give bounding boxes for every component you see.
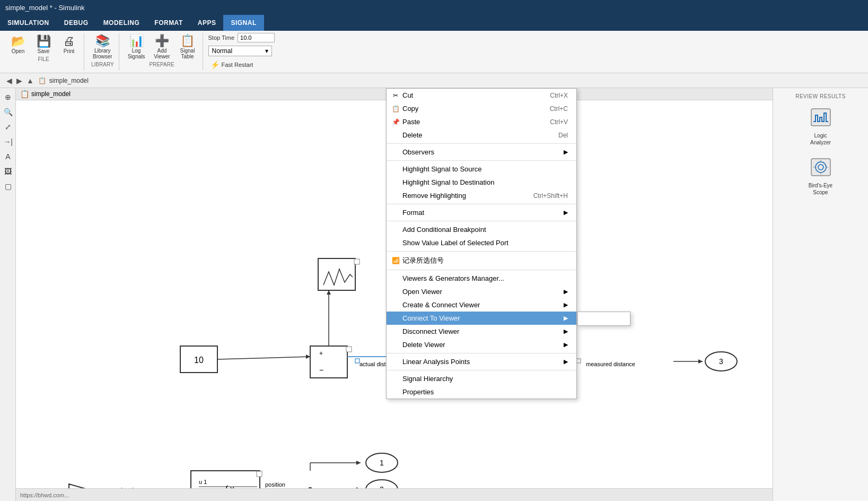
ctx-paste-label: Paste (402, 118, 420, 126)
ctx-remove-highlighting-shortcut: Ctrl+Shift+H (533, 192, 568, 200)
lt-expand-btn[interactable]: ⤢ (1, 120, 15, 134)
ctx-record-signal[interactable]: 📶 记录所选信号 (387, 253, 576, 268)
position-label: position (265, 481, 285, 488)
sum-port-indicator (346, 347, 352, 352)
open-button[interactable]: 📂 Open (6, 33, 30, 56)
library-browser-button[interactable]: 📚 Library Browser (90, 33, 116, 62)
fast-restart-button[interactable]: ⚡ Fast Restart (208, 59, 256, 70)
ctx-sep4 (387, 221, 576, 221)
ctx-viewers-generators[interactable]: Viewers & Generators Manager... (387, 272, 576, 285)
ctx-signal-hierarchy[interactable]: Signal Hierarchy (387, 372, 576, 385)
prepare-buttons: 📊 Log Signals ➕ Add Viewer 📋 Signal Tabl… (125, 33, 199, 62)
menu-modeling[interactable]: MODELING (96, 15, 147, 31)
birds-eye-label: Bird's-Eye Scope (809, 182, 832, 196)
ctx-delete-viewer-label: Delete Viewer (402, 341, 445, 349)
lt-btn-1[interactable]: 🔍 (1, 105, 15, 119)
right-panel: REVIEW RESULTS Logic Analyzer (773, 88, 868, 501)
ctx-disconnect-viewer[interactable]: Disconnect Viewer ▶ (387, 325, 576, 338)
lt-img-btn[interactable]: 🖼 (1, 165, 15, 178)
lt-btn-3[interactable]: →| (1, 135, 15, 149)
menubar: SIMULATION DEBUG MODELING FORMAT APPS SI… (0, 15, 868, 31)
ctx-cut[interactable]: ✂ Cut Ctrl+X (387, 89, 576, 102)
titlebar: simple_model * - Simulink (0, 0, 868, 15)
integrator-port-top (257, 471, 262, 477)
observers-arrow-icon: ▶ (564, 149, 568, 156)
normal-dropdown[interactable]: Normal ▾ (208, 46, 272, 56)
ctx-connect-to-viewer[interactable]: Connect To Viewer ▶ Scope (387, 312, 576, 325)
sum-block[interactable] (310, 346, 347, 378)
print-button[interactable]: 🖨 Print (57, 33, 81, 56)
ctx-remove-highlighting-label: Remove Highlighting (402, 192, 466, 200)
ctx-create-connect-viewer[interactable]: Create & Connect Viewer ▶ (387, 298, 576, 312)
signal-table-icon: 📋 (180, 35, 195, 47)
nav-back-button[interactable]: ◀ (5, 75, 13, 86)
ctx-add-breakpoint[interactable]: Add Conditional Breakpoint (387, 223, 576, 236)
save-button[interactable]: 💾 Save (32, 33, 55, 56)
scope-submenu-item[interactable]: Scope (578, 312, 630, 325)
model-icon: 📋 (20, 90, 29, 98)
fast-restart-label: Fast Restart (222, 62, 253, 68)
stoptime-label: Stop Time (208, 34, 235, 41)
lt-square-btn[interactable]: ▢ (1, 179, 15, 193)
open-viewer-arrow-icon: ▶ (564, 288, 568, 295)
arrow-to-out1 (356, 461, 361, 465)
ctx-paste[interactable]: 📌 Paste Ctrl+V (387, 115, 576, 128)
breadcrumb: ◀ ▶ ▲ 📋 simple_model (0, 73, 868, 88)
sim-controls: Stop Time Normal ▾ ⚡ Fast Restart (208, 33, 275, 70)
add-viewer-icon: ➕ (155, 35, 169, 47)
out3-value: 3 (719, 357, 723, 366)
menu-signal[interactable]: SIGNAL (223, 15, 264, 31)
birds-eye-scope-button[interactable]: Bird's-Eye Scope (802, 154, 839, 199)
signal-port-actual (355, 359, 360, 363)
ctx-sep6 (387, 270, 576, 270)
menu-format[interactable]: FORMAT (147, 15, 190, 31)
menu-debug[interactable]: DEBUG (57, 15, 96, 31)
arrow-const-sum (306, 355, 310, 359)
ctx-properties-label: Properties (402, 388, 434, 396)
ctx-observers[interactable]: Observers ▶ (387, 145, 576, 159)
ctx-sep2 (387, 160, 576, 161)
open-icon: 📂 (11, 36, 25, 47)
model-title: simple_model (31, 90, 71, 98)
ctx-open-viewer[interactable]: Open Viewer ▶ (387, 285, 576, 298)
ctx-delete[interactable]: Delete Del (387, 128, 576, 142)
nav-up-button[interactable]: ▲ (25, 75, 35, 86)
ctx-show-value-label[interactable]: Show Value Label of Selected Port (387, 236, 576, 249)
ctx-properties[interactable]: Properties (387, 385, 576, 399)
toolbar: 📂 Open 💾 Save 🖨 Print FILE 📚 Library Bro… (0, 31, 868, 73)
ctx-observers-label: Observers (402, 148, 434, 156)
file-section: 📂 Open 💾 Save 🖨 Print FILE (3, 33, 84, 71)
lt-text-btn[interactable]: A (1, 150, 15, 163)
dropdown-arrow-icon: ▾ (265, 47, 268, 55)
signal-table-button[interactable]: 📋 Signal Table (176, 33, 199, 62)
out1-value: 1 (380, 459, 384, 467)
ctx-delete-label: Delete (402, 131, 423, 139)
scope-port-indicator (354, 259, 360, 264)
ctx-highlight-source[interactable]: Highlight Signal to Source (387, 162, 576, 176)
sum-plus: + (319, 350, 323, 357)
title-text: simple_model * - Simulink (5, 4, 85, 12)
nav-buttons: ◀ ▶ ▲ (5, 75, 35, 86)
lt-btn-0[interactable]: ⊕ (1, 90, 15, 104)
nav-forward-button[interactable]: ▶ (15, 75, 23, 86)
stoptime-input[interactable] (238, 33, 275, 42)
ctx-delete-viewer[interactable]: Delete Viewer ▶ (387, 338, 576, 351)
disconnect-viewer-arrow-icon: ▶ (564, 328, 568, 335)
menu-simulation[interactable]: SIMULATION (0, 15, 57, 31)
ctx-remove-highlighting[interactable]: Remove Highlighting Ctrl+Shift+H (387, 189, 576, 202)
arrow-sum-scope (327, 290, 331, 295)
log-signals-button[interactable]: 📊 Log Signals (125, 33, 148, 62)
save-icon: 💾 (37, 36, 51, 47)
statusbar: https://bhwd.com... (16, 488, 773, 501)
logic-analyzer-button[interactable]: Logic Analyzer (802, 105, 839, 149)
ctx-sep8 (387, 370, 576, 370)
ctx-cut-shortcut: Ctrl+X (550, 92, 568, 99)
main-area: ⊕ 🔍 ⤢ →| A 🖼 ▢ 📋 simple_model 10 + (0, 88, 868, 501)
menu-apps[interactable]: APPS (190, 15, 224, 31)
ctx-format[interactable]: Format ▶ (387, 206, 576, 219)
ctx-highlight-dest[interactable]: Highlight Signal to Destination (387, 176, 576, 189)
ctx-copy[interactable]: 📋 Copy Ctrl+C (387, 102, 576, 115)
add-viewer-button[interactable]: ➕ Add Viewer (151, 33, 174, 62)
ctx-linear-analysis-points[interactable]: Linear Analysis Points ▶ (387, 355, 576, 368)
copy-icon: 📋 (391, 105, 400, 113)
